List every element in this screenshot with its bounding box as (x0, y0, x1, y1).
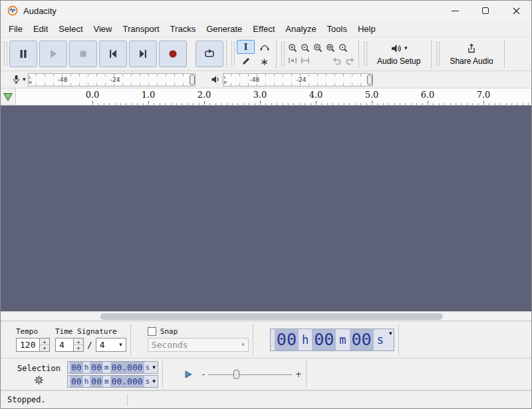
position-hours[interactable]: 00 (275, 329, 299, 350)
recording-meter[interactable]: L R -48 -24 (28, 73, 196, 86)
zoom-out-button[interactable] (299, 42, 311, 54)
titlebar: Audacity (1, 1, 531, 21)
menu-select[interactable]: Select (53, 23, 88, 35)
selection-settings-button[interactable] (34, 375, 44, 385)
snap-checkbox[interactable] (148, 327, 156, 336)
selection-end-minutes[interactable]: 00 (90, 376, 103, 387)
audio-setup-icon-row: ▾ (390, 43, 408, 55)
selection-start-display[interactable]: 00 h 00 m 00.000 s ▾ (67, 361, 158, 374)
selection-end-seconds[interactable]: 00.000 (110, 376, 144, 387)
tempo-input[interactable]: 120 (16, 338, 40, 352)
zoom-toggle-button[interactable] (337, 42, 349, 54)
selection-start-format-dropdown[interactable]: ▾ (150, 362, 158, 373)
menu-transport[interactable]: Transport (117, 23, 164, 35)
selection-end-hours[interactable]: 00 (70, 376, 83, 387)
record-button[interactable] (159, 41, 187, 67)
status-bar: Stopped. (1, 390, 531, 408)
speed-slider-thumb[interactable] (233, 370, 239, 379)
selection-end-seconds-unit: s (145, 377, 151, 386)
recording-meter-header[interactable]: ▾ (9, 74, 28, 84)
redo-button[interactable] (344, 55, 356, 67)
skip-to-end-button[interactable] (129, 41, 157, 67)
fit-selection-button[interactable] (312, 42, 324, 54)
timesig-decrement-button[interactable]: ▼ (74, 344, 83, 351)
audacity-logo-icon (7, 5, 18, 16)
pause-button[interactable] (9, 41, 37, 67)
microphone-icon (11, 74, 21, 84)
trim-audio-button[interactable] (287, 55, 299, 67)
play-button[interactable] (39, 41, 67, 67)
minimize-button[interactable] (440, 1, 470, 21)
play-at-speed-toolbar: - + (164, 358, 305, 390)
status-bar-separator (127, 394, 128, 406)
position-seconds[interactable]: 00 (350, 329, 374, 350)
selection-end-hours-unit: h (84, 377, 90, 386)
speed-minus-label: - (202, 370, 205, 379)
audio-position-display[interactable]: 00 h 00 m 00 s ▾ (270, 329, 395, 351)
selection-end-format-dropdown[interactable]: ▾ (150, 376, 158, 387)
selection-end-display[interactable]: 00 h 00 m 00.000 s ▾ (67, 375, 158, 388)
play-at-speed-button[interactable] (180, 367, 197, 382)
selection-time-fields: 00 h 00 m 00.000 s ▾ 00 h 00 m 00.000 s … (67, 361, 158, 388)
playback-speed-slider[interactable]: - + (202, 370, 302, 379)
timeline-options[interactable] (1, 88, 16, 105)
maximize-button[interactable] (470, 1, 501, 21)
selection-tool-button[interactable]: I (237, 40, 255, 54)
selection-tool-icon: I (243, 42, 247, 52)
envelope-tool-button[interactable] (255, 40, 273, 54)
share-toolbar-grip[interactable] (436, 42, 440, 66)
position-minutes[interactable]: 00 (312, 329, 336, 350)
timesig-upper-input[interactable]: 4 (55, 338, 74, 352)
audio-setup-button[interactable]: ▾ Audio Setup (369, 43, 428, 66)
multi-tool-button[interactable]: ∗ (255, 55, 273, 68)
recording-meter-slider[interactable] (190, 74, 195, 85)
selection-start-hours[interactable]: 00 (70, 362, 83, 373)
menu-tracks[interactable]: Tracks (165, 23, 201, 35)
menu-view[interactable]: View (88, 23, 118, 35)
tempo-label: Tempo (16, 327, 50, 336)
snap-mode-dropdown[interactable]: Seconds ▾ (148, 338, 249, 352)
menu-analyze[interactable]: Analyze (280, 23, 321, 35)
snap-checkbox-row[interactable]: Snap (148, 327, 249, 336)
menu-effect[interactable]: Effect (247, 23, 280, 35)
tools-toolbar-grip[interactable] (231, 42, 235, 66)
time-format-dropdown[interactable]: ▾ (387, 329, 394, 350)
selection-start-seconds[interactable]: 00.000 (110, 362, 144, 373)
edit-toolbar-grip[interactable] (281, 42, 285, 66)
menu-tools[interactable]: Tools (322, 23, 352, 35)
stop-button[interactable] (69, 41, 97, 67)
loop-button[interactable] (196, 41, 223, 67)
timesig-increment-button[interactable]: ▲ (74, 339, 83, 344)
zoom-in-button[interactable] (287, 42, 299, 54)
horizontal-scrollbar[interactable] (1, 311, 531, 321)
share-audio-button[interactable]: Share Audio (442, 43, 501, 66)
menu-generate[interactable]: Generate (201, 23, 247, 35)
fit-project-button[interactable] (325, 42, 336, 54)
audio-setup-toolbar-grip[interactable] (364, 42, 367, 66)
close-button[interactable] (501, 1, 531, 21)
horizontal-scrollbar-thumb[interactable] (100, 313, 443, 320)
playback-meter-header[interactable] (209, 74, 223, 84)
position-hours-unit: h (300, 333, 311, 346)
menu-edit[interactable]: Edit (28, 23, 53, 35)
menu-file[interactable]: File (3, 23, 28, 35)
time-signature-toolbar: Tempo 120 ▲ ▼ Time Signature 4 ▲ (1, 321, 129, 358)
tempo-decrement-button[interactable]: ▼ (40, 344, 49, 351)
menu-help[interactable]: Help (352, 23, 381, 35)
selection-start-minutes[interactable]: 00 (90, 362, 103, 373)
main-toolbar: I ∗ (1, 37, 531, 71)
transport-toolbar-grip[interactable] (4, 42, 7, 66)
playback-meter[interactable]: L R -48 -24 (223, 73, 373, 86)
meter-tick-label: -48 (249, 76, 259, 83)
tempo-increment-button[interactable]: ▲ (40, 339, 49, 344)
silence-audio-button[interactable] (299, 55, 311, 67)
time-toolbar: 00 h 00 m 00 s ▾ (255, 321, 398, 358)
undo-button[interactable] (331, 55, 343, 67)
track-canvas[interactable] (1, 106, 531, 321)
timeline-ruler[interactable]: 0.0 1.0 2.0 3.0 4.0 5.0 6.0 7.0 (16, 88, 531, 105)
draw-tool-button[interactable] (237, 55, 255, 68)
timesig-lower-dropdown[interactable]: 4 ▾ (96, 338, 126, 352)
skip-to-start-button[interactable] (99, 41, 127, 67)
playback-meter-slider[interactable] (367, 74, 372, 85)
speed-slider-track[interactable] (208, 370, 292, 379)
